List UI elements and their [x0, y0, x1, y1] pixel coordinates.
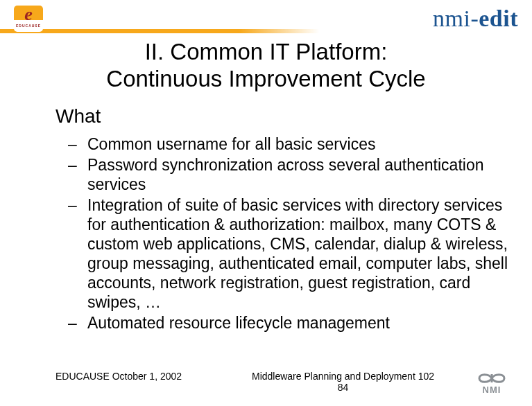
list-item: Integration of suite of basic services w…: [75, 195, 518, 312]
footer-slide-number: 84: [338, 382, 349, 393]
nmi-edit-brand: nmi-edit: [433, 6, 518, 32]
educause-initial: e: [24, 7, 33, 22]
list-item: Automated resource lifecycle management: [75, 313, 518, 333]
educause-badge-icon: e EDUCAUSE: [14, 6, 43, 32]
nmi-loop-icon: [477, 371, 507, 386]
nmi-suffix: edit: [479, 6, 518, 31]
title-line-2: Continuous Improvement Cycle: [106, 66, 425, 91]
bullet-list: Common username for all basic services P…: [55, 134, 518, 333]
section-heading: What: [55, 105, 518, 127]
educause-logo: e EDUCAUSE: [14, 6, 43, 32]
slide-footer: EDUCAUSE October 1, 2002 Middleware Plan…: [0, 371, 532, 395]
slide-title: II. Common IT Platform: Continuous Impro…: [0, 39, 532, 93]
footer-center-text: Middleware Planning and Deployment 102 8…: [215, 371, 471, 393]
footer-left-text: EDUCAUSE October 1, 2002: [55, 371, 215, 382]
slide-header: e EDUCAUSE nmi-edit: [0, 0, 532, 32]
nmi-footer-logo: NMI: [471, 371, 513, 395]
list-item: Password synchronization across several …: [75, 155, 518, 194]
footer-center-line1: Middleware Planning and Deployment 102: [252, 371, 434, 382]
list-item: Common username for all basic services: [75, 134, 518, 154]
nmi-footer-label: NMI: [483, 385, 501, 395]
nmi-prefix: nmi-: [433, 6, 479, 31]
educause-label: EDUCAUSE: [16, 24, 41, 28]
slide-content: What Common username for all basic servi…: [0, 93, 532, 333]
title-line-1: II. Common IT Platform:: [145, 39, 388, 64]
